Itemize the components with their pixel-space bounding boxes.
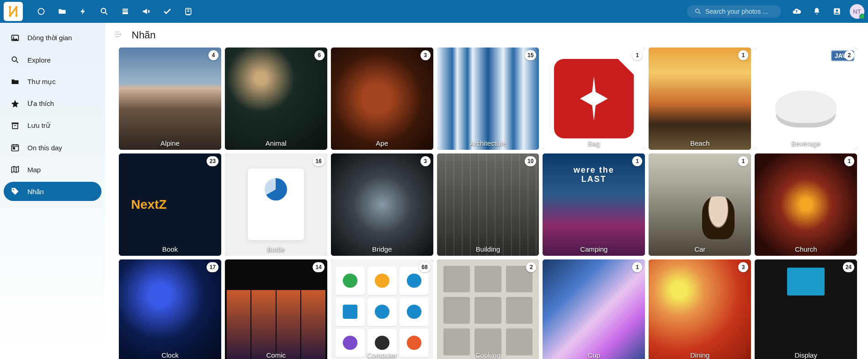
tag-label: Beach bbox=[649, 139, 751, 147]
tag-tile[interactable]: 17 Clock bbox=[119, 259, 221, 359]
tag-thumbnail bbox=[649, 153, 751, 256]
tag-thumbnail bbox=[225, 48, 327, 150]
tag-count-badge: 6 bbox=[314, 50, 325, 60]
tag-label: Beverage bbox=[755, 139, 857, 147]
tag-tile[interactable]: 2 Cooking bbox=[437, 259, 539, 359]
sidebar-item-search[interactable]: Explore bbox=[4, 50, 101, 69]
svg-point-12 bbox=[836, 10, 838, 12]
announce-icon[interactable] bbox=[136, 1, 156, 21]
sidebar-item-label: Lưu trữ bbox=[27, 121, 50, 130]
sidebar-item-image[interactable]: Dòng thời gian bbox=[4, 28, 101, 48]
tag-thumbnail bbox=[331, 153, 433, 256]
stack-icon[interactable] bbox=[115, 1, 135, 21]
tag-tile[interactable]: 10 Building bbox=[437, 153, 539, 256]
tag-count-badge: 15 bbox=[525, 50, 536, 60]
tag-label: Building bbox=[437, 245, 539, 253]
tag-tile[interactable]: 1 Camping bbox=[543, 153, 645, 256]
search-icon bbox=[10, 55, 20, 65]
tag-tile[interactable]: 1 Church bbox=[755, 153, 857, 256]
sidebar-item-tag[interactable]: Nhãn bbox=[4, 182, 101, 201]
sidebar-item-calendar[interactable]: On this day bbox=[4, 138, 101, 157]
search-box[interactable] bbox=[687, 5, 781, 18]
tag-tile[interactable]: 3 Bridge bbox=[331, 153, 433, 256]
tag-tile[interactable]: 16 Bottle bbox=[225, 153, 327, 256]
circle-icon[interactable] bbox=[31, 1, 51, 21]
tag-thumbnail bbox=[331, 259, 433, 359]
tag-tile[interactable]: 2 Beverage bbox=[755, 48, 857, 150]
folder-icon[interactable] bbox=[52, 1, 72, 21]
tag-thumbnail bbox=[119, 259, 221, 359]
tag-thumbnail bbox=[755, 259, 857, 359]
tag-count-badge: 1 bbox=[844, 156, 854, 166]
tag-label: Bag bbox=[543, 139, 645, 147]
card-icon[interactable] bbox=[178, 1, 198, 21]
tag-tile[interactable]: 68 Computer bbox=[331, 259, 433, 359]
svg-rect-8 bbox=[122, 12, 128, 15]
tag-count-badge: 10 bbox=[525, 156, 536, 166]
tag-tile[interactable]: 4 Alpine bbox=[119, 48, 221, 150]
search-input[interactable] bbox=[705, 8, 774, 15]
tag-tile[interactable]: 3 Ape bbox=[331, 48, 433, 150]
tag-label: Cooking bbox=[437, 351, 539, 359]
tag-thumbnail bbox=[437, 153, 539, 256]
tag-tile[interactable]: 24 Display bbox=[755, 259, 857, 359]
sidebar-item-archive[interactable]: Lưu trữ bbox=[4, 116, 101, 135]
tag-label: Animal bbox=[225, 139, 327, 147]
folder-icon bbox=[10, 77, 20, 87]
bell-icon[interactable] bbox=[807, 1, 827, 21]
bolt-icon[interactable] bbox=[73, 1, 93, 21]
svg-point-14 bbox=[13, 37, 14, 38]
sidebar-item-label: Dòng thời gian bbox=[27, 34, 72, 42]
tag-label: Cup bbox=[543, 351, 645, 359]
tag-count-badge: 2 bbox=[526, 262, 536, 272]
tag-tile[interactable]: 3 Dining bbox=[649, 259, 751, 359]
tag-tile[interactable]: 1 Cup bbox=[543, 259, 645, 359]
tag-label: Display bbox=[755, 351, 857, 359]
sidebar-item-star[interactable]: Ưa thích bbox=[4, 94, 101, 113]
search-icon bbox=[694, 8, 702, 15]
tag-thumbnail bbox=[755, 153, 857, 256]
tag-tile[interactable]: 6 Animal bbox=[225, 48, 327, 150]
tag-thumbnail bbox=[119, 48, 221, 150]
tag-thumbnail bbox=[331, 48, 433, 150]
sidebar-item-map[interactable]: Map bbox=[4, 160, 101, 179]
tag-label: Computer bbox=[331, 351, 433, 359]
svg-point-3 bbox=[15, 15, 17, 17]
upload-icon[interactable] bbox=[787, 1, 807, 21]
sidebar-item-folder[interactable]: Thư mục bbox=[4, 72, 101, 91]
map-icon bbox=[10, 164, 20, 174]
tag-count-badge: 3 bbox=[421, 50, 431, 60]
tag-count-badge: 14 bbox=[313, 262, 324, 272]
user-avatar[interactable]: NT bbox=[850, 4, 864, 19]
tag-count-badge: 4 bbox=[208, 50, 218, 60]
svg-rect-6 bbox=[122, 9, 128, 10]
svg-rect-7 bbox=[122, 11, 128, 11]
tag-tile[interactable]: 1 Bag bbox=[543, 48, 645, 150]
tag-tile[interactable]: 23 Book bbox=[119, 153, 221, 256]
svg-point-2 bbox=[15, 6, 17, 8]
tag-tile[interactable]: 15 Architecture bbox=[437, 48, 539, 150]
svg-rect-16 bbox=[12, 122, 19, 124]
tag-thumbnail bbox=[649, 259, 751, 359]
contacts-icon[interactable] bbox=[827, 1, 847, 21]
app-logo[interactable] bbox=[4, 2, 23, 21]
collapse-sidebar-button[interactable] bbox=[113, 30, 124, 41]
check-icon[interactable] bbox=[157, 1, 177, 21]
tag-count-badge: 3 bbox=[421, 156, 431, 166]
magnify-icon[interactable] bbox=[94, 1, 114, 21]
star-icon bbox=[10, 99, 20, 109]
tag-tile[interactable]: 1 Car bbox=[649, 153, 751, 256]
sidebar-item-label: Nhãn bbox=[27, 188, 44, 195]
tag-tile[interactable]: 1 Beach bbox=[649, 48, 751, 150]
tag-thumbnail bbox=[437, 48, 539, 150]
tag-icon bbox=[10, 186, 20, 196]
tag-label: Ape bbox=[331, 139, 433, 147]
svg-point-4 bbox=[38, 8, 44, 14]
tag-tile[interactable]: 14 Comic bbox=[225, 259, 327, 359]
tag-count-badge: 2 bbox=[844, 50, 854, 60]
tag-thumbnail bbox=[225, 259, 327, 359]
tag-count-badge: 1 bbox=[738, 156, 748, 166]
tag-label: Car bbox=[649, 245, 751, 253]
svg-point-15 bbox=[12, 57, 16, 61]
tag-label: Clock bbox=[119, 351, 221, 359]
